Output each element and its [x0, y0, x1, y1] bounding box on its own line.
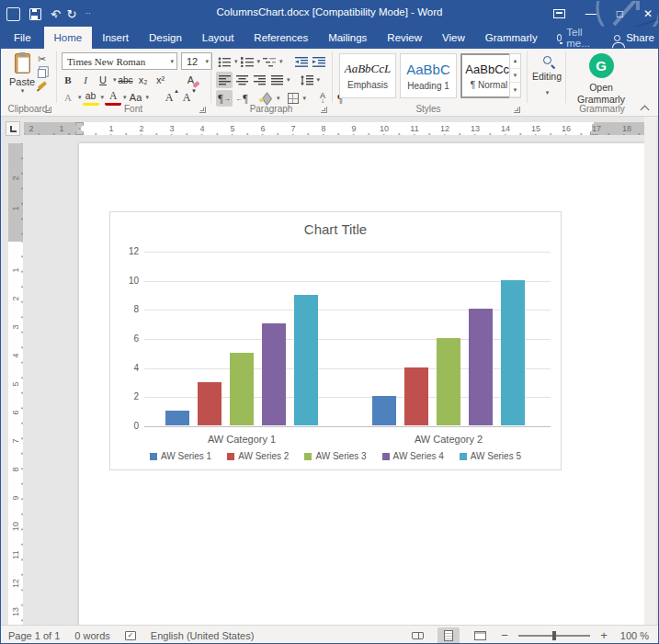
share-button[interactable]: Share — [601, 27, 659, 49]
tab-file[interactable]: File — [1, 27, 44, 49]
column-chart[interactable]: Chart Title 024681012AW Category 1AW Cat… — [109, 211, 562, 470]
increase-indent-button[interactable] — [311, 53, 327, 70]
subscript-button[interactable]: x₂ — [135, 72, 152, 88]
font-name-combo[interactable]: Times New Roman ▾ — [62, 52, 177, 70]
font-name-dropdown-icon[interactable]: ▾ — [170, 58, 174, 65]
zoom-slider-thumb[interactable] — [552, 631, 556, 640]
bar-series-1-category-2[interactable] — [372, 396, 396, 425]
legend-item[interactable]: AW Series 2 — [227, 451, 289, 461]
bold-button[interactable]: B — [60, 72, 76, 88]
borders-dropdown-icon[interactable]: ▾ — [303, 95, 307, 102]
bar-series-2-category-2[interactable] — [404, 367, 428, 425]
change-case-dropdown-icon[interactable]: ▾ — [146, 94, 150, 101]
legend-item[interactable]: AW Series 5 — [460, 451, 521, 461]
line-spacing-button[interactable] — [299, 72, 315, 88]
word-count[interactable]: 0 words — [74, 630, 110, 641]
numbering-dropdown-icon[interactable]: ▾ — [257, 58, 261, 65]
tab-view[interactable]: View — [432, 27, 475, 49]
clipboard-dialog-launcher[interactable] — [45, 107, 51, 113]
zoom-percentage[interactable]: 100 % — [618, 630, 649, 641]
styles-dialog-launcher[interactable] — [514, 107, 520, 113]
justify-button[interactable] — [268, 72, 285, 88]
tab-design[interactable]: Design — [139, 27, 192, 49]
read-mode-button[interactable] — [406, 627, 428, 644]
align-center-button[interactable] — [233, 72, 250, 88]
tab-references[interactable]: References — [244, 27, 318, 49]
vertical-ruler[interactable]: 2112345678910111213 — [8, 143, 23, 625]
zoom-slider[interactable] — [518, 635, 590, 637]
tab-review[interactable]: Review — [377, 27, 432, 49]
bar-series-1-category-1[interactable] — [165, 411, 189, 425]
bar-series-3-category-1[interactable] — [230, 353, 254, 425]
paragraph-dialog-launcher[interactable] — [321, 107, 327, 113]
legend-item[interactable]: AW Series 4 — [382, 451, 444, 461]
bar-series-4-category-2[interactable] — [469, 309, 493, 425]
bar-series-5-category-2[interactable] — [501, 280, 525, 425]
legend-item[interactable]: AW Series 3 — [304, 451, 366, 461]
font-size-combo[interactable]: 12 ▾ — [181, 52, 212, 70]
multilevel-dropdown-icon[interactable]: ▾ — [279, 58, 283, 65]
open-grammarly-button[interactable]: G OpenGrammarly — [569, 53, 633, 106]
bar-series-3-category-2[interactable] — [437, 338, 460, 425]
shading-dropdown-icon[interactable]: ▾ — [277, 95, 280, 102]
format-painter-button[interactable] — [38, 81, 47, 89]
bullets-dropdown-icon[interactable]: ▾ — [234, 58, 238, 65]
horizontal-ruler[interactable]: 21123456789101112131415161718 — [24, 122, 655, 135]
language-indicator[interactable]: English (United States) — [151, 630, 255, 641]
justify-dropdown-icon[interactable]: ▾ — [287, 76, 290, 84]
italic-button[interactable]: I — [77, 72, 94, 88]
cut-button[interactable]: ✂ — [38, 53, 47, 65]
styles-scroll-down-button[interactable]: ▼ — [510, 69, 520, 84]
chart-title[interactable]: Chart Title — [110, 221, 561, 237]
bar-series-5-category-1[interactable] — [294, 295, 318, 426]
styles-gallery-expand-button[interactable]: ▼ — [510, 83, 520, 97]
decrease-indent-button[interactable] — [293, 53, 310, 70]
legend-item[interactable]: AW Series 1 — [150, 451, 211, 461]
align-right-button[interactable] — [251, 72, 267, 88]
font-size-dropdown-icon[interactable]: ▾ — [205, 58, 209, 65]
text-effects-dropdown-icon[interactable]: ▾ — [78, 94, 82, 101]
ribbon-display-options-button[interactable] — [553, 9, 565, 18]
paste-dropdown-icon[interactable]: ▾ — [21, 87, 25, 95]
underline-dropdown-icon[interactable]: ▾ — [113, 76, 117, 84]
underline-button[interactable]: U — [95, 72, 111, 88]
numbering-button[interactable] — [239, 53, 256, 70]
tab-stop-selector[interactable] — [6, 121, 20, 136]
vertical-scrollbar[interactable] — [644, 117, 656, 625]
zoom-out-button[interactable]: − — [500, 628, 509, 642]
close-button[interactable]: ✕ — [643, 8, 653, 19]
document-page[interactable]: Chart Title 024681012AW Category 1AW Cat… — [79, 143, 645, 625]
clear-formatting-button[interactable]: A — [183, 72, 199, 88]
style-card-emphasis[interactable]: AaBbCcLEmphasis — [339, 53, 396, 98]
align-left-button[interactable] — [216, 72, 233, 88]
web-layout-button[interactable] — [469, 627, 491, 644]
strikethrough-button[interactable]: abc — [118, 72, 134, 88]
paste-button[interactable]: Paste ▾ — [6, 52, 38, 104]
tab-layout[interactable]: Layout — [192, 27, 244, 49]
tab-insert[interactable]: Insert — [92, 27, 139, 49]
tab-home[interactable]: Home — [44, 27, 93, 49]
bar-series-2-category-1[interactable] — [198, 382, 222, 426]
print-layout-button[interactable] — [437, 627, 460, 644]
collapse-ribbon-button[interactable] — [642, 104, 649, 111]
font-dialog-launcher[interactable] — [199, 107, 206, 113]
page-indicator[interactable]: Page 1 of 1 — [8, 630, 60, 641]
minimize-button[interactable]: — — [585, 8, 597, 19]
tell-me-box[interactable]: Tell me... — [548, 27, 602, 49]
copy-button[interactable] — [38, 69, 46, 78]
tab-grammarly[interactable]: Grammarly — [475, 27, 548, 49]
zoom-in-button[interactable]: + — [599, 628, 608, 642]
font-color-dropdown-icon[interactable]: ▾ — [123, 94, 127, 101]
bar-series-4-category-1[interactable] — [262, 323, 286, 425]
maximize-button[interactable]: □ — [617, 8, 623, 19]
multilevel-list-button[interactable] — [261, 53, 278, 70]
styles-scroll-up-button[interactable]: ▲ — [510, 54, 520, 69]
editing-button[interactable]: Editing ▾ — [530, 56, 563, 96]
tab-mailings[interactable]: Mailings — [318, 27, 377, 49]
proofing-status-icon[interactable]: ✓ — [125, 631, 136, 640]
highlight-dropdown-icon[interactable]: ▾ — [101, 94, 105, 101]
superscript-button[interactable]: x² — [153, 72, 169, 88]
style-card-heading-1[interactable]: AaBbCHeading 1 — [400, 53, 457, 98]
line-spacing-dropdown-icon[interactable]: ▾ — [317, 76, 321, 84]
bullets-button[interactable] — [216, 53, 233, 70]
